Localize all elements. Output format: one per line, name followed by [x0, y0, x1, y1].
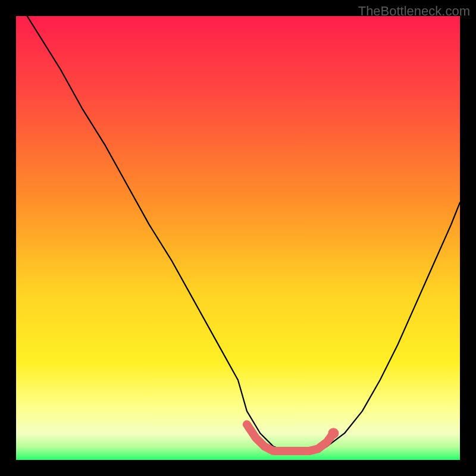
gradient-background [16, 16, 460, 460]
chart-svg [16, 16, 460, 460]
marker-end-dot [328, 428, 339, 439]
chart-plot-area [16, 16, 460, 460]
watermark-text: TheBottleneck.com [358, 4, 470, 19]
